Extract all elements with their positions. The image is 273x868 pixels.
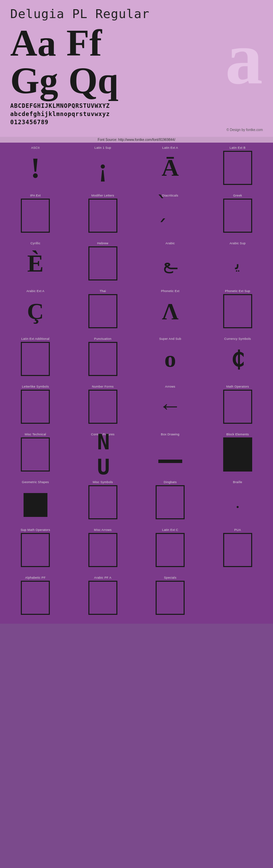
label-letterlike: Letterlike Symbols bbox=[22, 385, 49, 388]
label-latinextc: Latin Ext C bbox=[162, 528, 178, 532]
label-phoneticext: Phonetic Ext bbox=[161, 289, 179, 293]
box-phoneticextsup bbox=[223, 294, 252, 328]
letter-row-1: Aa Ff bbox=[10, 24, 129, 62]
cell-latin1sup: Latin 1 Sup ¡ bbox=[69, 144, 137, 192]
label-numberforms: Number Forms bbox=[92, 385, 114, 388]
box-mathoperators bbox=[223, 390, 252, 424]
box-dingbats bbox=[156, 485, 185, 519]
label-misctechnical: Misc Technical bbox=[25, 433, 46, 436]
uppercase-alphabet: ABCDEFGHIJKLMNOPQRSTUVWXYZ bbox=[10, 102, 263, 110]
cell-punctuation: Punctuation bbox=[69, 335, 137, 383]
header-section: Delugia PL Regular Aa Ff Gg Qq a ABCDEFG… bbox=[0, 0, 273, 137]
label-ipaext: IPA Ext bbox=[30, 194, 41, 197]
box-greek bbox=[223, 199, 252, 233]
glyph-lambda: Λ bbox=[162, 298, 178, 325]
big-letter-gg: Gg bbox=[10, 62, 58, 99]
cell-supmathoperators: Sup Math Operators bbox=[2, 526, 69, 574]
cell-miscarrows: Misc Arrows bbox=[69, 526, 137, 574]
display-arrows: ← bbox=[156, 390, 185, 424]
display-geometricshapes bbox=[21, 485, 50, 519]
credit-text: © Design by fontke.com bbox=[10, 128, 263, 132]
glyph-cedilla: Ç bbox=[27, 298, 44, 325]
big-letter-ff: Ff bbox=[66, 24, 102, 62]
cell-arrows: Arrows ← bbox=[136, 383, 204, 431]
glyph-dot: • bbox=[235, 503, 240, 512]
cell-cyrillic: Cyrillic È bbox=[2, 240, 69, 288]
display-cyrillic: È bbox=[21, 246, 50, 280]
background-letter-a: a bbox=[225, 21, 263, 96]
label-blockelements: Block Elements bbox=[226, 433, 249, 436]
display-arabicexta: Ç bbox=[21, 294, 50, 328]
label-arabicpfa: Arabic PF A bbox=[94, 576, 112, 579]
cell-superandsub: Super And Sub o bbox=[136, 335, 204, 383]
display-phoneticext: Λ bbox=[156, 294, 185, 328]
box-latinextadd bbox=[21, 342, 50, 376]
label-supmathoperators: Sup Math Operators bbox=[21, 528, 50, 532]
alphabet-display: ABCDEFGHIJKLMNOPQRSTUVWXYZ abcdefghijklm… bbox=[10, 102, 263, 126]
glyph-arrow-left: ← bbox=[163, 394, 177, 420]
cell-arabicsup: Arabic Sup ﯾ bbox=[204, 240, 272, 288]
display-latinexta: Ā bbox=[156, 151, 185, 185]
box-thai bbox=[88, 294, 117, 328]
box-numberforms bbox=[88, 390, 117, 424]
cell-mathoperators: Math Operators bbox=[204, 383, 272, 431]
cell-alphabeticpf: Alphabetic PF bbox=[2, 574, 69, 622]
cell-modifierletters: Modifier Letters bbox=[69, 192, 137, 240]
font-source: Font Source: http://www.fontke.com/font/… bbox=[0, 137, 273, 143]
label-geometricshapes: Geometric Shapes bbox=[22, 480, 49, 484]
cell-controlpictures: Control Pictures NU bbox=[69, 431, 137, 479]
cell-hebrew: Hebrew bbox=[69, 240, 137, 288]
lowercase-alphabet: abcdefghijklmnopqrstuvwxyz bbox=[10, 110, 263, 118]
display-superandsub: o bbox=[156, 342, 185, 376]
label-phoneticextsup: Phonetic Ext Sup bbox=[225, 289, 250, 293]
box-latinextc bbox=[156, 533, 185, 567]
glyph-o: o bbox=[164, 346, 176, 373]
cell-phoneticext: Phonetic Ext Λ bbox=[136, 288, 204, 335]
label-specials: Specials bbox=[164, 576, 176, 579]
cell-ipaext: IPA Ext bbox=[2, 192, 69, 240]
display-arabicsup: ﯾ bbox=[223, 246, 252, 280]
label-alphabeticpf: Alphabetic PF bbox=[25, 576, 46, 579]
display-braille: • bbox=[223, 485, 252, 519]
glyph-arabicsup: ﯾ bbox=[235, 254, 240, 273]
label-currency: Currency Symbols bbox=[224, 337, 251, 341]
cell-greek: Greek bbox=[204, 192, 272, 240]
big-letters-display: Aa Ff Gg Qq a bbox=[10, 24, 263, 99]
label-arabicexta: Arabic Ext A bbox=[26, 289, 44, 293]
box-supmathoperators bbox=[21, 533, 50, 567]
glyph-exclaim: ! bbox=[31, 151, 40, 185]
character-grid-section: ASCII ! Latin 1 Sup ¡ Latin Ext A Ā Lati… bbox=[0, 143, 273, 624]
display-currency: ₵ bbox=[223, 342, 252, 376]
cell-braille: Braille • bbox=[204, 479, 272, 526]
box-miscarrows bbox=[88, 533, 117, 567]
label-hebrew: Hebrew bbox=[97, 242, 109, 245]
character-grid: ASCII ! Latin 1 Sup ¡ Latin Ext A Ā Lati… bbox=[2, 144, 271, 622]
cell-dingbats: Dingbats bbox=[136, 479, 204, 526]
label-dingbats: Dingbats bbox=[164, 480, 177, 484]
cell-phoneticextsup: Phonetic Ext Sup bbox=[204, 288, 272, 335]
font-title: Delugia PL Regular bbox=[10, 7, 263, 21]
glyph-currency: ₵ bbox=[231, 347, 244, 372]
box-pua bbox=[223, 533, 252, 567]
label-boxdrawing: Box Drawing bbox=[161, 433, 179, 436]
big-letter-aa: Aa bbox=[10, 24, 56, 62]
box-latinextb bbox=[223, 151, 252, 185]
display-latin1sup: ¡ bbox=[88, 151, 117, 185]
glyph-cyrillic: È bbox=[27, 249, 44, 278]
glyph-arabic: ـع bbox=[163, 254, 177, 273]
label-arabicsup: Arabic Sup bbox=[230, 242, 246, 245]
box-specials bbox=[156, 581, 185, 615]
label-superandsub: Super And Sub bbox=[159, 337, 181, 341]
label-cyrillic: Cyrillic bbox=[30, 242, 40, 245]
box-modifierletters bbox=[88, 199, 117, 233]
box-punctuation bbox=[88, 342, 117, 376]
label-latinextadd: Latin Ext Additional bbox=[21, 337, 49, 341]
box-misctechnical bbox=[21, 437, 50, 472]
label-punctuation: Punctuation bbox=[94, 337, 112, 341]
display-controlpictures: NU bbox=[88, 437, 117, 472]
cell-latinextb: Latin Ext B bbox=[204, 144, 272, 192]
cell-geometricshapes: Geometric Shapes bbox=[2, 479, 69, 526]
label-thai: Thai bbox=[100, 289, 106, 293]
label-mathoperators: Math Operators bbox=[226, 385, 249, 388]
box-blockelements-filled bbox=[223, 437, 252, 472]
